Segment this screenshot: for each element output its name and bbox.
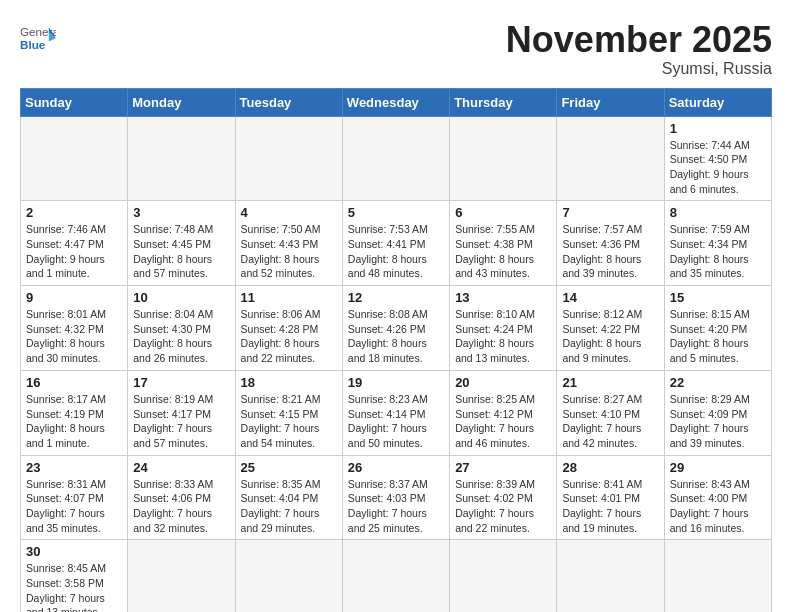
empty-cell (557, 540, 664, 612)
empty-cell (235, 540, 342, 612)
location-title: Syumsi, Russia (506, 60, 772, 78)
empty-cell (342, 540, 449, 612)
day-2: 2 Sunrise: 7:46 AMSunset: 4:47 PMDayligh… (21, 201, 128, 286)
weekday-header-row: Sunday Monday Tuesday Wednesday Thursday… (21, 88, 772, 116)
header: General Blue November 2025 Syumsi, Russi… (20, 20, 772, 78)
month-title: November 2025 (506, 20, 772, 60)
empty-cell (235, 116, 342, 201)
day-22: 22 Sunrise: 8:29 AMSunset: 4:09 PMDaylig… (664, 370, 771, 455)
header-saturday: Saturday (664, 88, 771, 116)
header-thursday: Thursday (450, 88, 557, 116)
header-monday: Monday (128, 88, 235, 116)
week-row-5: 23 Sunrise: 8:31 AMSunset: 4:07 PMDaylig… (21, 455, 772, 540)
day-info-1: Sunrise: 7:44 AM Sunset: 4:50 PM Dayligh… (670, 138, 766, 197)
day-12: 12 Sunrise: 8:08 AMSunset: 4:26 PMDaylig… (342, 286, 449, 371)
day-19: 19 Sunrise: 8:23 AMSunset: 4:14 PMDaylig… (342, 370, 449, 455)
day-9: 9 Sunrise: 8:01 AMSunset: 4:32 PMDayligh… (21, 286, 128, 371)
empty-cell (128, 116, 235, 201)
week-row-2: 2 Sunrise: 7:46 AMSunset: 4:47 PMDayligh… (21, 201, 772, 286)
day-3: 3 Sunrise: 7:48 AMSunset: 4:45 PMDayligh… (128, 201, 235, 286)
logo: General Blue (20, 20, 56, 56)
title-section: November 2025 Syumsi, Russia (506, 20, 772, 78)
day-18: 18 Sunrise: 8:21 AMSunset: 4:15 PMDaylig… (235, 370, 342, 455)
day-27: 27 Sunrise: 8:39 AMSunset: 4:02 PMDaylig… (450, 455, 557, 540)
day-21: 21 Sunrise: 8:27 AMSunset: 4:10 PMDaylig… (557, 370, 664, 455)
empty-cell (128, 540, 235, 612)
calendar: Sunday Monday Tuesday Wednesday Thursday… (20, 88, 772, 612)
empty-cell (342, 116, 449, 201)
day-17: 17 Sunrise: 8:19 AMSunset: 4:17 PMDaylig… (128, 370, 235, 455)
day-24: 24 Sunrise: 8:33 AMSunset: 4:06 PMDaylig… (128, 455, 235, 540)
day-23: 23 Sunrise: 8:31 AMSunset: 4:07 PMDaylig… (21, 455, 128, 540)
day-11: 11 Sunrise: 8:06 AMSunset: 4:28 PMDaylig… (235, 286, 342, 371)
day-1: 1 Sunrise: 7:44 AM Sunset: 4:50 PM Dayli… (664, 116, 771, 201)
header-tuesday: Tuesday (235, 88, 342, 116)
svg-text:Blue: Blue (20, 38, 46, 51)
empty-cell (664, 540, 771, 612)
empty-cell (450, 540, 557, 612)
day-29: 29 Sunrise: 8:43 AMSunset: 4:00 PMDaylig… (664, 455, 771, 540)
week-row-3: 9 Sunrise: 8:01 AMSunset: 4:32 PMDayligh… (21, 286, 772, 371)
week-row-4: 16 Sunrise: 8:17 AMSunset: 4:19 PMDaylig… (21, 370, 772, 455)
day-16: 16 Sunrise: 8:17 AMSunset: 4:19 PMDaylig… (21, 370, 128, 455)
day-6: 6 Sunrise: 7:55 AMSunset: 4:38 PMDayligh… (450, 201, 557, 286)
week-row-6: 30 Sunrise: 8:45 AMSunset: 3:58 PMDaylig… (21, 540, 772, 612)
day-14: 14 Sunrise: 8:12 AMSunset: 4:22 PMDaylig… (557, 286, 664, 371)
day-20: 20 Sunrise: 8:25 AMSunset: 4:12 PMDaylig… (450, 370, 557, 455)
day-30: 30 Sunrise: 8:45 AMSunset: 3:58 PMDaylig… (21, 540, 128, 612)
day-10: 10 Sunrise: 8:04 AMSunset: 4:30 PMDaylig… (128, 286, 235, 371)
header-friday: Friday (557, 88, 664, 116)
empty-cell (21, 116, 128, 201)
day-8: 8 Sunrise: 7:59 AMSunset: 4:34 PMDayligh… (664, 201, 771, 286)
day-4: 4 Sunrise: 7:50 AMSunset: 4:43 PMDayligh… (235, 201, 342, 286)
empty-cell (557, 116, 664, 201)
day-5: 5 Sunrise: 7:53 AMSunset: 4:41 PMDayligh… (342, 201, 449, 286)
week-row-1: 1 Sunrise: 7:44 AM Sunset: 4:50 PM Dayli… (21, 116, 772, 201)
day-7: 7 Sunrise: 7:57 AMSunset: 4:36 PMDayligh… (557, 201, 664, 286)
day-13: 13 Sunrise: 8:10 AMSunset: 4:24 PMDaylig… (450, 286, 557, 371)
day-26: 26 Sunrise: 8:37 AMSunset: 4:03 PMDaylig… (342, 455, 449, 540)
header-wednesday: Wednesday (342, 88, 449, 116)
empty-cell (450, 116, 557, 201)
day-number-1: 1 (670, 121, 766, 136)
day-25: 25 Sunrise: 8:35 AMSunset: 4:04 PMDaylig… (235, 455, 342, 540)
day-28: 28 Sunrise: 8:41 AMSunset: 4:01 PMDaylig… (557, 455, 664, 540)
logo-icon: General Blue (20, 20, 56, 56)
header-sunday: Sunday (21, 88, 128, 116)
day-15: 15 Sunrise: 8:15 AMSunset: 4:20 PMDaylig… (664, 286, 771, 371)
